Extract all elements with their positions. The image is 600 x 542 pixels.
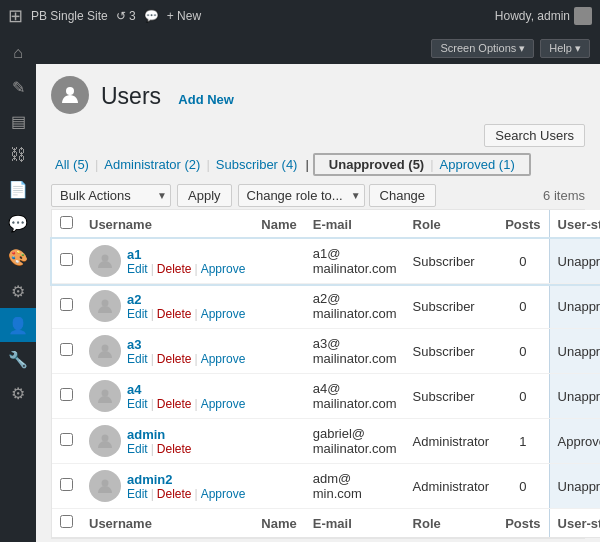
edit-link[interactable]: Edit — [127, 487, 148, 501]
sidebar-item-media[interactable]: ▤ — [0, 104, 36, 138]
change-role-wrap: Change role to... Administrator Subscrib… — [238, 184, 437, 207]
action-sep: | — [151, 262, 154, 276]
posts-cell: 0 — [497, 374, 549, 419]
row-checkbox[interactable] — [60, 343, 73, 356]
delete-link[interactable]: Delete — [157, 262, 192, 276]
sidebar-item-plugins[interactable]: ⚙ — [0, 274, 36, 308]
delete-link[interactable]: Delete — [157, 352, 192, 366]
user-info: adminEdit | Delete — [127, 427, 192, 456]
new-item-btn[interactable]: + New — [167, 9, 201, 23]
select-all-checkbox-bottom[interactable] — [60, 515, 73, 528]
name-cell — [253, 329, 304, 374]
th-username[interactable]: Username — [81, 210, 253, 239]
th-name[interactable]: Name — [253, 210, 304, 239]
users-table: Username Name E-mail Role Posts User-sta… — [52, 210, 600, 538]
email-cell: adm@min.com — [305, 464, 405, 509]
th-posts[interactable]: Posts — [497, 210, 549, 239]
tf-role[interactable]: Role — [405, 509, 498, 538]
tf-posts[interactable]: Posts — [497, 509, 549, 538]
approve-link[interactable]: Approve — [201, 262, 246, 276]
action-sep: | — [195, 352, 198, 366]
sidebar-item-links[interactable]: ⛓ — [0, 138, 36, 172]
search-users-btn[interactable]: Search Users — [484, 124, 585, 147]
approve-link[interactable]: Approve — [201, 352, 246, 366]
avatar — [89, 470, 121, 502]
delete-link[interactable]: Delete — [157, 487, 192, 501]
username-link[interactable]: a2 — [127, 292, 245, 307]
help-btn[interactable]: Help ▾ — [540, 39, 590, 58]
delete-link[interactable]: Delete — [157, 442, 192, 456]
sidebar-item-users[interactable]: 👤 — [0, 308, 36, 342]
apply-btn-top[interactable]: Apply — [177, 184, 232, 207]
username-link[interactable]: admin2 — [127, 472, 245, 487]
row-actions: Edit | Delete | Approve — [127, 307, 245, 321]
delete-link[interactable]: Delete — [157, 307, 192, 321]
sidebar-item-appearance[interactable]: 🎨 — [0, 240, 36, 274]
filter-tabs: All (5) | Administrator (2) | Subscriber… — [51, 153, 585, 176]
user-info: a1Edit | Delete | Approve — [127, 247, 245, 276]
filter-tab-all[interactable]: All (5) — [51, 155, 93, 174]
filter-tab-administrator[interactable]: Administrator (2) — [100, 155, 204, 174]
status-cell: Approved — [549, 419, 600, 464]
top-bar: Screen Options ▾ Help ▾ — [36, 32, 600, 64]
sidebar-item-comments[interactable]: 💬 — [0, 206, 36, 240]
change-role-select[interactable]: Change role to... Administrator Subscrib… — [238, 184, 365, 207]
role-cell: Subscriber — [405, 239, 498, 284]
item-count-top: 6 items — [543, 188, 585, 203]
row-checkbox[interactable] — [60, 298, 73, 311]
delete-link[interactable]: Delete — [157, 397, 192, 411]
screen-options-btn[interactable]: Screen Options ▾ — [431, 39, 534, 58]
filter-tab-subscriber[interactable]: Subscriber (4) — [212, 155, 302, 174]
username-link[interactable]: a4 — [127, 382, 245, 397]
sidebar-item-settings[interactable]: ⚙ — [0, 376, 36, 410]
approve-link[interactable]: Approve — [201, 307, 246, 321]
howdy-label: Howdy, admin — [495, 9, 570, 23]
change-btn[interactable]: Change — [369, 184, 437, 207]
sidebar-item-pages[interactable]: 📄 — [0, 172, 36, 206]
username-link[interactable]: a3 — [127, 337, 245, 352]
row-checkbox[interactable] — [60, 433, 73, 446]
tf-email[interactable]: E-mail — [305, 509, 405, 538]
username-link[interactable]: a1 — [127, 247, 245, 262]
row-checkbox[interactable] — [60, 478, 73, 491]
approve-link[interactable]: Approve — [201, 487, 246, 501]
row-checkbox[interactable] — [60, 253, 73, 266]
username-link[interactable]: admin — [127, 427, 192, 442]
add-new-link[interactable]: Add New — [178, 92, 234, 107]
table-footer-row: Username Name E-mail Role Posts User-sta… — [52, 509, 600, 538]
howdy-text: Howdy, admin — [495, 7, 592, 25]
edit-link[interactable]: Edit — [127, 262, 148, 276]
page-header: Users Add New — [51, 76, 585, 114]
bulk-actions-select[interactable]: Bulk Actions Delete — [51, 184, 171, 207]
edit-link[interactable]: Edit — [127, 352, 148, 366]
row-actions: Edit | Delete | Approve — [127, 262, 245, 276]
wp-logo-icon[interactable]: ⊞ — [8, 5, 23, 27]
action-sep: | — [151, 307, 154, 321]
tf-name[interactable]: Name — [253, 509, 304, 538]
user-cell: a2Edit | Delete | Approve — [89, 290, 245, 322]
edit-link[interactable]: Edit — [127, 307, 148, 321]
select-all-checkbox-top[interactable] — [60, 216, 73, 229]
email-cell: a4@mailinator.com — [305, 374, 405, 419]
user-cell: adminEdit | Delete — [89, 425, 245, 457]
comments-bubble-icon[interactable]: 💬 — [144, 9, 159, 23]
site-name[interactable]: PB Single Site — [31, 9, 108, 23]
edit-link[interactable]: Edit — [127, 442, 148, 456]
edit-link[interactable]: Edit — [127, 397, 148, 411]
comments-count-icon[interactable]: ↺ 3 — [116, 9, 136, 23]
th-role[interactable]: Role — [405, 210, 498, 239]
status-cell: Unapproved — [549, 239, 600, 284]
filter-tab-unapproved[interactable]: Unapproved (5) — [323, 157, 430, 172]
approve-link[interactable]: Approve — [201, 397, 246, 411]
name-cell — [253, 464, 304, 509]
tf-username[interactable]: Username — [81, 509, 253, 538]
admin-bar: ⊞ PB Single Site ↺ 3 💬 + New Howdy, admi… — [0, 0, 600, 32]
sidebar-item-tools[interactable]: 🔧 — [0, 342, 36, 376]
sidebar-item-posts[interactable]: ✎ — [0, 70, 36, 104]
row-checkbox[interactable] — [60, 388, 73, 401]
avatar — [89, 380, 121, 412]
th-email[interactable]: E-mail — [305, 210, 405, 239]
filter-tab-approved[interactable]: Approved (1) — [434, 157, 521, 172]
svg-point-4 — [102, 390, 109, 397]
sidebar-item-dashboard[interactable]: ⌂ — [0, 36, 36, 70]
